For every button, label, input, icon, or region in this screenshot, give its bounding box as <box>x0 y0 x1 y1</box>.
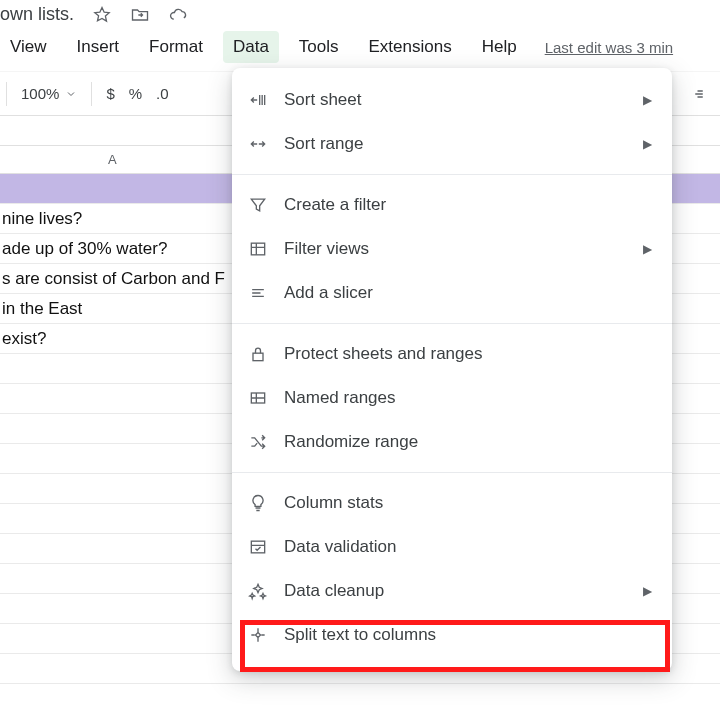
menu-tools[interactable]: Tools <box>289 31 349 63</box>
menu-item-protect[interactable]: Protect sheets and ranges <box>232 332 672 376</box>
menu-item-filter-views[interactable]: Filter views ▶ <box>232 227 672 271</box>
lightbulb-icon <box>248 493 284 513</box>
menu-item-sort-sheet[interactable]: Sort sheet ▶ <box>232 78 672 122</box>
sort-sheet-icon <box>248 90 284 110</box>
format-percent-button[interactable]: % <box>129 85 142 102</box>
menu-separator <box>232 174 672 175</box>
sort-range-icon <box>248 134 284 154</box>
randomize-icon <box>248 432 284 452</box>
data-validation-icon <box>248 537 284 557</box>
named-ranges-icon <box>248 388 284 408</box>
last-edit-link[interactable]: Last edit was 3 min <box>545 39 673 56</box>
slicer-icon <box>248 283 284 303</box>
menu-extensions[interactable]: Extensions <box>359 31 462 63</box>
zoom-dropdown[interactable]: 100% <box>21 85 77 102</box>
svg-rect-3 <box>251 541 264 553</box>
menu-help[interactable]: Help <box>472 31 527 63</box>
column-header-A[interactable]: A <box>108 152 117 167</box>
sparkle-icon <box>248 581 284 601</box>
cell: exist? <box>0 329 46 349</box>
zoom-value: 100% <box>21 85 59 102</box>
data-menu: Sort sheet ▶ Sort range ▶ Create a filte… <box>232 68 672 671</box>
submenu-arrow-icon: ▶ <box>643 93 652 107</box>
funnel-icon <box>248 195 284 215</box>
cell: ade up of 30% water? <box>0 239 167 259</box>
submenu-arrow-icon: ▶ <box>643 584 652 598</box>
menu-item-randomize[interactable]: Randomize range <box>232 420 672 464</box>
cell: s are consist of Carbon and F <box>0 269 225 289</box>
format-currency-button[interactable]: $ <box>106 85 114 102</box>
menu-format[interactable]: Format <box>139 31 213 63</box>
menu-item-column-stats[interactable]: Column stats <box>232 481 672 525</box>
menu-separator <box>232 323 672 324</box>
menu-data[interactable]: Data <box>223 31 279 63</box>
menu-item-add-slicer[interactable]: Add a slicer <box>232 271 672 315</box>
toolbar-overflow-icon[interactable] <box>690 85 708 103</box>
menu-separator <box>232 472 672 473</box>
menu-view[interactable]: View <box>0 31 57 63</box>
format-decimal-button[interactable]: .0 <box>156 85 169 102</box>
doc-title-fragment: own lists. <box>0 4 74 25</box>
move-to-folder-icon[interactable] <box>130 5 150 25</box>
submenu-arrow-icon: ▶ <box>643 242 652 256</box>
menu-bar: View Insert Format Data Tools Extensions… <box>0 31 720 72</box>
cloud-status-icon[interactable] <box>168 5 188 25</box>
split-icon <box>248 625 284 645</box>
star-icon[interactable] <box>92 5 112 25</box>
filter-views-icon <box>248 239 284 259</box>
toolbar-separator <box>91 82 92 106</box>
cell: in the East <box>0 299 82 319</box>
chevron-down-icon <box>65 88 77 100</box>
menu-item-data-validation[interactable]: Data validation <box>232 525 672 569</box>
svg-rect-1 <box>253 353 263 361</box>
toolbar-separator <box>6 82 7 106</box>
menu-item-data-cleanup[interactable]: Data cleanup ▶ <box>232 569 672 613</box>
menu-insert[interactable]: Insert <box>67 31 130 63</box>
svg-rect-0 <box>251 243 264 255</box>
submenu-arrow-icon: ▶ <box>643 137 652 151</box>
menu-item-split-text[interactable]: Split text to columns <box>232 613 672 657</box>
menu-item-sort-range[interactable]: Sort range ▶ <box>232 122 672 166</box>
title-bar: own lists. <box>0 0 720 31</box>
lock-icon <box>248 344 284 364</box>
menu-item-create-filter[interactable]: Create a filter <box>232 183 672 227</box>
cell: nine lives? <box>0 209 82 229</box>
menu-item-named-ranges[interactable]: Named ranges <box>232 376 672 420</box>
